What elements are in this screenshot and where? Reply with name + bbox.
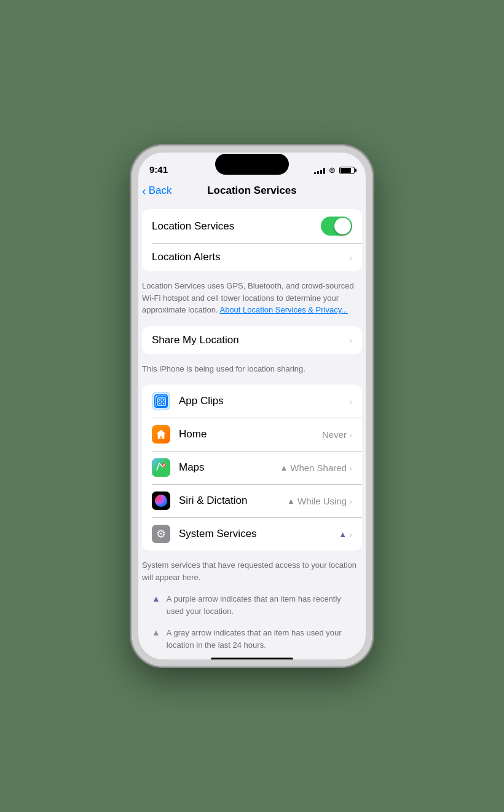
svg-rect-2 xyxy=(162,399,165,401)
gear-icon: ⚙ xyxy=(156,527,166,541)
system-footer-text: System services that have requested acce… xyxy=(132,555,372,588)
apps-section: App Clips › Home xyxy=(142,384,362,551)
location-services-card: Location Services Location Alerts › xyxy=(142,209,362,271)
dynamic-island xyxy=(215,154,289,175)
share-my-location-row[interactable]: Share My Location › xyxy=(142,326,362,354)
system-text: System services that have requested acce… xyxy=(142,560,356,582)
maps-label: Maps xyxy=(179,461,205,474)
signal-bars-icon xyxy=(314,167,325,174)
svg-rect-0 xyxy=(157,397,167,407)
share-location-section: Share My Location › xyxy=(142,326,362,354)
bottom-spacer xyxy=(132,663,372,666)
gray-arrow-legend-icon: ▲ xyxy=(152,627,160,637)
siri-label: Siri & Dictation xyxy=(179,495,247,507)
home-left: Home xyxy=(152,425,322,444)
siri-orb xyxy=(155,495,167,507)
maps-right: ▲ When Shared › xyxy=(280,463,352,473)
phone-frame: 9:41 ⊜ ‹ Back Location Services xyxy=(132,146,372,666)
back-chevron-icon: ‹ xyxy=(142,185,146,197)
chevron-icon: › xyxy=(349,396,352,407)
chevron-icon: › xyxy=(349,252,352,263)
maps-row[interactable]: Maps ▲ When Shared › xyxy=(142,451,362,484)
toggle-thumb xyxy=(334,218,351,234)
location-description: Location Services uses GPS, Bluetooth, a… xyxy=(132,276,372,321)
status-icons: ⊜ xyxy=(314,165,355,175)
home-icon xyxy=(152,425,170,444)
chevron-icon: › xyxy=(349,496,352,506)
screen-content[interactable]: ‹ Back Location Services Location Servic… xyxy=(132,180,372,666)
svg-rect-5 xyxy=(152,458,170,477)
bar4 xyxy=(323,168,325,174)
location-alerts-label: Location Alerts xyxy=(152,251,221,263)
system-services-icon: ⚙ xyxy=(152,525,170,543)
app-clips-icon xyxy=(152,392,170,410)
nav-bar: ‹ Back Location Services xyxy=(132,180,372,204)
bar2 xyxy=(317,171,319,174)
battery-icon xyxy=(339,167,355,174)
system-services-row[interactable]: ⚙ System Services ▲ › xyxy=(142,517,362,551)
svg-rect-1 xyxy=(159,399,161,401)
home-row[interactable]: Home Never › xyxy=(142,418,362,451)
share-my-location-label: Share My Location xyxy=(152,334,239,346)
siri-right: ▲ While Using › xyxy=(287,496,352,506)
legend-section: ▲ A purple arrow indicates that an item … xyxy=(132,588,372,663)
siri-value: While Using xyxy=(297,496,347,506)
location-services-label: Location Services xyxy=(152,220,234,233)
share-location-card: Share My Location › xyxy=(142,326,362,354)
battery-fill xyxy=(341,168,351,173)
privacy-link[interactable]: About Location Services & Privacy... xyxy=(219,305,348,314)
page-title: Location Services xyxy=(207,185,297,197)
apps-card: App Clips › Home xyxy=(142,384,362,551)
purple-legend-text: A purple arrow indicates that an item ha… xyxy=(167,593,352,617)
system-location-arrow-icon: ▲ xyxy=(339,530,347,539)
chevron-icon: › xyxy=(349,463,352,473)
home-right: Never › xyxy=(322,429,352,440)
legend-row-gray: ▲ A gray arrow indicates that an item ha… xyxy=(142,624,362,653)
siri-icon xyxy=(152,492,170,510)
location-services-row[interactable]: Location Services xyxy=(142,209,362,243)
siri-left: Siri & Dictation xyxy=(152,492,287,510)
maps-value: When Shared xyxy=(290,463,347,473)
home-indicator[interactable] xyxy=(211,658,293,661)
system-services-label: System Services xyxy=(179,528,257,540)
chevron-icon: › xyxy=(349,529,352,539)
gray-legend-text: A gray arrow indicates that an item has … xyxy=(167,627,352,651)
back-label: Back xyxy=(149,185,172,197)
maps-location-arrow-icon: ▲ xyxy=(280,463,288,472)
clips-inner xyxy=(154,394,168,408)
bar3 xyxy=(320,170,322,174)
location-services-section: Location Services Location Alerts › xyxy=(142,209,362,271)
wifi-icon: ⊜ xyxy=(329,165,336,175)
chevron-icon: › xyxy=(349,335,352,345)
app-clips-row[interactable]: App Clips › xyxy=(142,384,362,418)
siri-location-arrow-icon: ▲ xyxy=(287,496,295,506)
share-subtitle: This iPhone is being used for location s… xyxy=(132,359,372,380)
siri-row[interactable]: Siri & Dictation ▲ While Using › xyxy=(142,484,362,517)
back-button[interactable]: ‹ Back xyxy=(142,185,171,197)
purple-arrow-legend-icon: ▲ xyxy=(152,594,160,603)
legend-row-purple: ▲ A purple arrow indicates that an item … xyxy=(142,591,362,619)
home-label: Home xyxy=(179,428,207,440)
maps-left: Maps xyxy=(152,458,280,477)
home-value: Never xyxy=(322,429,347,440)
svg-rect-3 xyxy=(159,402,161,405)
maps-icon xyxy=(152,458,170,477)
location-services-toggle[interactable] xyxy=(321,217,352,236)
svg-rect-4 xyxy=(162,402,165,405)
app-clips-label: App Clips xyxy=(179,395,224,407)
status-time: 9:41 xyxy=(149,164,168,175)
svg-point-7 xyxy=(163,464,165,466)
chevron-icon: › xyxy=(349,429,352,440)
system-services-right: ▲ › xyxy=(339,529,352,539)
system-services-left: ⚙ System Services xyxy=(152,525,339,543)
app-clips-left: App Clips xyxy=(152,392,349,410)
location-alerts-row[interactable]: Location Alerts › xyxy=(142,243,362,271)
bar1 xyxy=(314,172,316,174)
